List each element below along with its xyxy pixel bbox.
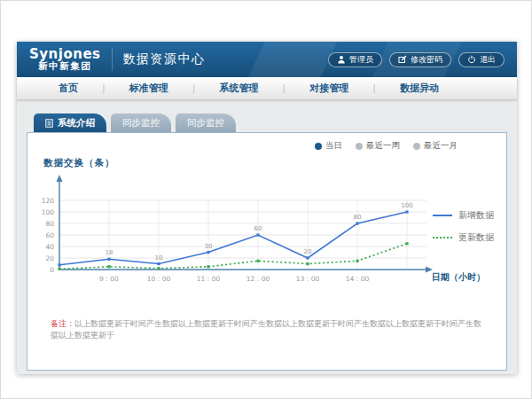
line-chart: 0204060801001209：0010：0011：0012：0013：001… — [35, 170, 487, 303]
svg-text:18: 18 — [106, 249, 113, 256]
radio-last-month-label: 最近一月 — [424, 140, 458, 152]
svg-text:60: 60 — [45, 231, 54, 239]
svg-text:11：00: 11：00 — [197, 275, 221, 283]
svg-text:40: 40 — [45, 243, 54, 251]
time-range-filter: 当日 最近一周 最近一月 — [315, 140, 458, 152]
header-divider — [112, 48, 113, 71]
header-bar: Synjones 新中新集团 数据资源中心 管理员 修改密码 — [17, 42, 517, 77]
tab-system-intro[interactable]: 系统介绍 — [34, 113, 106, 132]
svg-text:10：00: 10：00 — [147, 275, 171, 283]
svg-text:13：00: 13：00 — [296, 275, 320, 283]
nav-item-data-change[interactable]: 数据异动 — [376, 82, 463, 95]
svg-text:30: 30 — [205, 243, 213, 250]
main-nav: 首页 | 标准管理 | 系统管理 | 对接管理 | 数据异动 — [17, 77, 517, 100]
brand-logo-en: Synjones — [29, 47, 101, 62]
admin-user-label: 管理员 — [349, 54, 373, 66]
power-icon — [467, 55, 476, 64]
legend-item-new-data[interactable]: 新增数据 — [433, 209, 494, 222]
nav-item-home[interactable]: 首页 — [35, 82, 102, 95]
brand-logo[interactable]: Synjones 新中新集团 — [29, 47, 101, 72]
radio-today[interactable]: 当日 — [315, 140, 342, 152]
radio-last-month[interactable]: 最近一月 — [413, 140, 458, 152]
change-password-label: 修改密码 — [411, 54, 442, 66]
page-title: 数据资源中心 — [123, 51, 206, 67]
radio-dot-icon — [356, 143, 363, 150]
brand-logo-cn: 新中新集团 — [29, 61, 101, 72]
change-password-button[interactable]: 修改密码 — [389, 52, 451, 67]
logout-button[interactable]: 退出 — [458, 52, 505, 67]
chart-legend: 新增数据 更新数据 — [433, 209, 494, 254]
nav-item-interface-mgmt[interactable]: 对接管理 — [286, 82, 372, 95]
svg-text:100: 100 — [42, 208, 55, 216]
radio-last-week-label: 最近一周 — [366, 140, 400, 152]
nav-item-standard-mgmt[interactable]: 标准管理 — [106, 82, 192, 95]
footnote: 备注：以上数据更新于时间产生数据以上数据更新于时间产生数据以上数据更新于时间产生… — [51, 318, 489, 340]
tab-bar: 系统介绍 同步监控 同步监控 — [34, 113, 507, 132]
svg-text:100: 100 — [401, 202, 412, 209]
svg-text:0: 0 — [50, 266, 54, 274]
svg-text:14：00: 14：00 — [346, 275, 370, 283]
svg-text:60: 60 — [254, 225, 262, 232]
dotted-line-swatch-icon — [433, 237, 452, 239]
logout-label: 退出 — [480, 54, 496, 66]
document-icon — [45, 119, 53, 128]
svg-text:12：00: 12：00 — [246, 275, 270, 283]
svg-text:120: 120 — [42, 197, 55, 205]
chart-panel: 当日 最近一周 最近一月 数据交换（条） 0204060801001209：00… — [27, 132, 507, 371]
legend-item-update-data[interactable]: 更新数据 — [433, 231, 494, 244]
radio-last-week[interactable]: 最近一周 — [356, 140, 400, 152]
y-axis-title: 数据交换（条） — [43, 157, 115, 169]
radio-dot-icon — [413, 143, 420, 150]
tab-label: 系统介绍 — [58, 117, 95, 129]
user-icon — [337, 55, 346, 64]
tab-label: 同步监控 — [122, 117, 160, 129]
radio-dot-icon — [315, 143, 322, 150]
page-body: 系统介绍 同步监控 同步监控 当日 最近一周 — [17, 100, 517, 374]
svg-text:20: 20 — [45, 254, 54, 262]
legend-new-data-label: 新增数据 — [458, 209, 494, 222]
svg-text:9：00: 9：00 — [99, 275, 119, 283]
svg-text:日期（小时）: 日期（小时） — [432, 272, 485, 282]
solid-line-swatch-icon — [433, 215, 452, 216]
tab-label: 同步监控 — [187, 117, 224, 129]
svg-text:80: 80 — [354, 214, 362, 221]
legend-update-data-label: 更新数据 — [458, 231, 494, 244]
tab-sync-monitor-2[interactable]: 同步监控 — [176, 113, 236, 132]
page-container: Synjones 新中新集团 数据资源中心 管理员 修改密码 — [17, 42, 517, 374]
footnote-text: 以上数据更新于时间产生数据以上数据更新于时间产生数据以上数据更新于时间产生数据以… — [51, 319, 481, 340]
app-window: Synjones 新中新集团 数据资源中心 管理员 修改密码 — [0, 0, 532, 399]
svg-text:80: 80 — [45, 220, 54, 228]
svg-text:10: 10 — [155, 254, 163, 262]
tab-sync-monitor-1[interactable]: 同步监控 — [111, 113, 171, 132]
footnote-prefix: 备注： — [51, 319, 74, 328]
svg-text:20: 20 — [304, 248, 312, 255]
nav-item-system-mgmt[interactable]: 系统管理 — [195, 82, 282, 95]
radio-today-label: 当日 — [325, 140, 342, 152]
edit-icon — [398, 55, 407, 64]
header-actions: 管理员 修改密码 退出 — [328, 52, 505, 67]
admin-user-button[interactable]: 管理员 — [328, 52, 382, 67]
